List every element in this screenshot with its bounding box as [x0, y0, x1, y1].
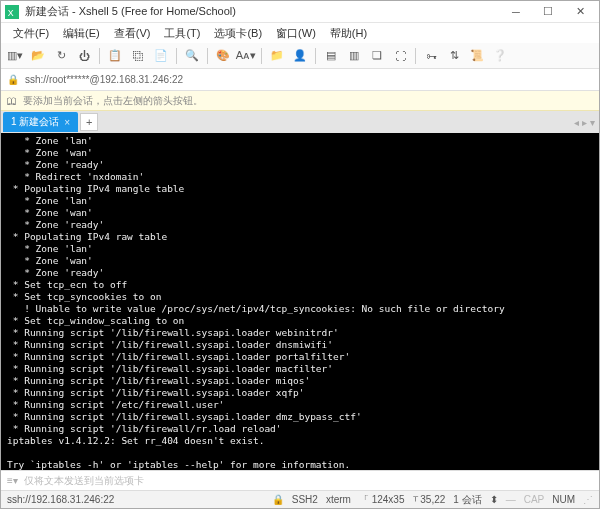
status-ssh: SSH2 [292, 494, 318, 505]
send-input[interactable]: 仅将文本发送到当前选项卡 [24, 474, 144, 488]
separator [176, 48, 177, 64]
close-button[interactable]: ✕ [565, 3, 595, 21]
tile-v-icon[interactable]: ▥ [344, 46, 364, 66]
tab-scroll[interactable]: ◂ ▸ ▾ [574, 117, 599, 128]
status-pos: ⸆ 35,22 [413, 494, 446, 506]
script-icon[interactable]: 📜 [467, 46, 487, 66]
status-grip-icon[interactable]: ⋰ [583, 494, 593, 505]
session-tab[interactable]: 1 新建会话 × [3, 112, 78, 132]
toolbar: ▥▾ 📂 ↻ ⏻ 📋 ⿻ 📄 🔍 🎨 Aᴀ▾ 📁 👤 ▤ ▥ ❏ ⛶ 🗝 ⇅ 📜… [1, 43, 599, 69]
tab-bar: 1 新建会话 × + ◂ ▸ ▾ [1, 111, 599, 133]
window-title: 新建会话 - Xshell 5 (Free for Home/School) [25, 4, 501, 19]
bookmark-icon[interactable]: 🕮 [7, 95, 17, 106]
separator [315, 48, 316, 64]
font-icon[interactable]: Aᴀ▾ [236, 46, 256, 66]
color-icon[interactable]: 🎨 [213, 46, 233, 66]
menu-window[interactable]: 窗口(W) [270, 24, 322, 43]
menu-tools[interactable]: 工具(T) [158, 24, 206, 43]
user-icon[interactable]: 👤 [290, 46, 310, 66]
minimize-button[interactable]: ─ [501, 3, 531, 21]
reconnect-icon[interactable]: ↻ [51, 46, 71, 66]
status-bar: ssh://192.168.31.246:22 🔒 SSH2 xterm 「 1… [1, 490, 599, 508]
tab-close-icon[interactable]: × [64, 117, 70, 128]
cascade-icon[interactable]: ❏ [367, 46, 387, 66]
new-session-icon[interactable]: ▥▾ [5, 46, 25, 66]
search-icon[interactable]: 🔍 [182, 46, 202, 66]
key-icon[interactable]: 🗝 [421, 46, 441, 66]
tab-label: 1 新建会话 [11, 115, 59, 129]
separator [99, 48, 100, 64]
address-bar: 🔒 ssh://root******@192.168.31.246:22 [1, 69, 599, 91]
folder-icon[interactable]: 📁 [267, 46, 287, 66]
fullscreen-icon[interactable]: ⛶ [390, 46, 410, 66]
menu-help[interactable]: 帮助(H) [324, 24, 373, 43]
separator [207, 48, 208, 64]
status-session-count: 1 会话 [453, 493, 481, 507]
menu-edit[interactable]: 编辑(E) [57, 24, 106, 43]
app-window: X 新建会话 - Xshell 5 (Free for Home/School)… [0, 0, 600, 509]
address-text[interactable]: ssh://root******@192.168.31.246:22 [25, 74, 183, 85]
terminal[interactable]: * Zone 'lan' * Zone 'wan' * Zone 'ready'… [1, 133, 599, 470]
info-bar: 🕮 要添加当前会话，点击左侧的箭头按钮。 [1, 91, 599, 111]
separator [415, 48, 416, 64]
status-size: 「 124x35 [359, 493, 405, 507]
svg-text:X: X [8, 7, 14, 17]
tile-h-icon[interactable]: ▤ [321, 46, 341, 66]
menu-view[interactable]: 查看(V) [108, 24, 157, 43]
status-net-icon: — [506, 494, 516, 505]
status-lock-icon: 🔒 [272, 494, 284, 505]
info-text: 要添加当前会话，点击左侧的箭头按钮。 [23, 94, 203, 108]
copy-icon[interactable]: ⿻ [128, 46, 148, 66]
status-connection: ssh://192.168.31.246:22 [7, 494, 114, 505]
transfer-icon[interactable]: ⇅ [444, 46, 464, 66]
status-num: NUM [552, 494, 575, 505]
titlebar[interactable]: X 新建会话 - Xshell 5 (Free for Home/School)… [1, 1, 599, 23]
menubar: 文件(F) 编辑(E) 查看(V) 工具(T) 选项卡(B) 窗口(W) 帮助(… [1, 23, 599, 43]
separator [261, 48, 262, 64]
status-updown-icon: ⬍ [490, 494, 498, 505]
menu-file[interactable]: 文件(F) [7, 24, 55, 43]
open-icon[interactable]: 📂 [28, 46, 48, 66]
maximize-button[interactable]: ☐ [533, 3, 563, 21]
disconnect-icon[interactable]: ⏻ [74, 46, 94, 66]
status-cap: CAP [524, 494, 545, 505]
add-tab-button[interactable]: + [80, 113, 98, 131]
send-bar: ≡▾ 仅将文本发送到当前选项卡 [1, 470, 599, 490]
send-menu-icon[interactable]: ≡▾ [7, 475, 18, 486]
status-term: xterm [326, 494, 351, 505]
help-icon[interactable]: ❔ [490, 46, 510, 66]
lock-icon: 🔒 [7, 74, 19, 85]
paste-icon[interactable]: 📄 [151, 46, 171, 66]
properties-icon[interactable]: 📋 [105, 46, 125, 66]
menu-tabs[interactable]: 选项卡(B) [208, 24, 268, 43]
app-icon: X [5, 5, 19, 19]
